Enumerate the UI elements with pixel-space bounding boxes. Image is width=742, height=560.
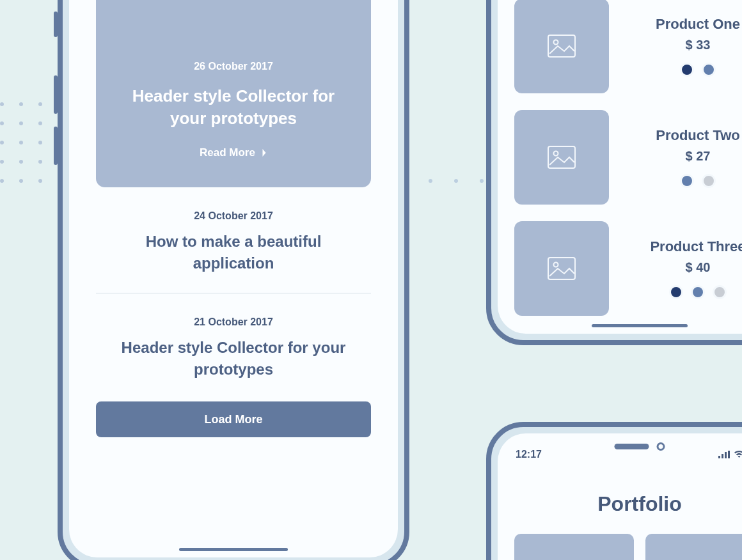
article-item[interactable]: 21 October 2017 Header style Collector f… (96, 293, 371, 399)
featured-article-title: Header style Collector for your prototyp… (96, 85, 371, 130)
read-more-link[interactable]: Read More (200, 146, 267, 159)
status-bar: 12:17 (498, 449, 742, 460)
svg-rect-0 (548, 35, 575, 57)
status-time: 12:17 (516, 449, 542, 460)
article-date: 24 October 2017 (107, 210, 359, 222)
article-item[interactable]: 24 October 2017 How to make a beautiful … (96, 187, 371, 293)
phone-volume-up-button (54, 75, 58, 114)
color-swatch[interactable] (680, 63, 694, 77)
wifi-icon (734, 451, 742, 458)
product-row[interactable]: Product One$ 33 (514, 0, 742, 93)
product-name: Product Three (631, 238, 742, 255)
product-price: $ 33 (631, 38, 742, 52)
phone-mockup-blog: 26 October 2017 Header style Collector f… (58, 0, 409, 560)
featured-article-date: 26 October 2017 (194, 61, 273, 72)
portfolio-grid (498, 534, 742, 560)
phone-mockup-portfolio: 12:17 Portfolio (486, 422, 742, 560)
svg-rect-8 (725, 452, 727, 458)
svg-rect-4 (548, 258, 575, 279)
image-placeholder-icon (514, 221, 609, 316)
color-swatch[interactable] (702, 63, 716, 77)
load-more-button[interactable]: Load More (96, 401, 371, 437)
product-row[interactable]: Product Three$ 40 (514, 221, 742, 316)
svg-point-5 (554, 263, 558, 267)
portfolio-item[interactable] (645, 534, 742, 560)
product-name: Product Two (631, 127, 742, 144)
image-placeholder-icon (514, 110, 609, 205)
article-title: How to make a beautiful application (107, 231, 359, 274)
phone-volume-down-button (54, 127, 58, 165)
color-swatch[interactable] (691, 285, 705, 299)
phone-mockup-products: Product One$ 33Product Two$ 27Product Th… (486, 0, 742, 345)
color-swatch[interactable] (713, 285, 727, 299)
color-swatch[interactable] (702, 174, 716, 188)
image-placeholder-icon (514, 0, 609, 93)
article-date: 21 October 2017 (107, 316, 359, 328)
featured-article-card[interactable]: 26 October 2017 Header style Collector f… (96, 0, 371, 187)
signal-icon (718, 451, 730, 458)
product-price: $ 40 (631, 260, 742, 275)
phone-silent-switch (54, 12, 58, 37)
color-swatches (631, 174, 742, 188)
home-indicator (592, 324, 688, 327)
article-title: Header style Collector for your prototyp… (107, 337, 359, 380)
read-more-label: Read More (200, 146, 255, 159)
color-swatch[interactable] (680, 174, 694, 188)
color-swatches (631, 285, 742, 299)
svg-rect-9 (728, 451, 730, 458)
product-name: Product One (631, 16, 742, 33)
product-price: $ 27 (631, 149, 742, 164)
svg-point-1 (554, 40, 558, 45)
svg-rect-7 (722, 454, 723, 458)
color-swatches (631, 63, 742, 77)
svg-rect-6 (718, 456, 720, 458)
home-indicator (179, 548, 288, 551)
svg-rect-2 (548, 146, 575, 168)
chevron-right-icon (262, 148, 267, 157)
svg-point-3 (554, 152, 558, 156)
color-swatch[interactable] (669, 285, 683, 299)
product-row[interactable]: Product Two$ 27 (514, 110, 742, 205)
page-title: Portfolio (498, 492, 742, 516)
portfolio-item[interactable] (514, 534, 634, 560)
